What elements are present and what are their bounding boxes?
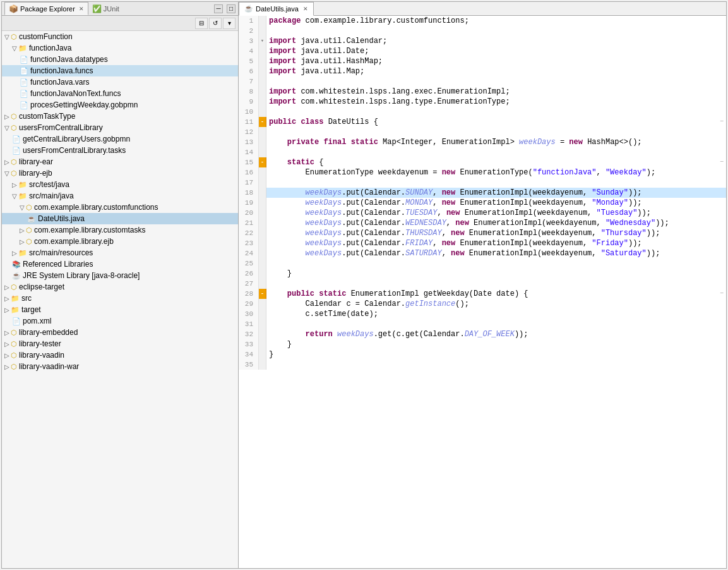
tree-item-funcs[interactable]: 📄 functionJava.funcs <box>2 65 238 76</box>
tree-item-package-customfunctions[interactable]: ▽ ⬡ com.example.library.customfunctions <box>2 202 238 213</box>
line-content-9: import com.whitestein.lsps.lang.type.Enu… <box>266 97 726 107</box>
line-gutter-24 <box>259 248 266 258</box>
tree-item-nontext[interactable]: 📄 functionJavaNonText.funcs <box>2 88 238 99</box>
tree-item-functionJava[interactable]: ▽ 📁 functionJava <box>2 42 238 54</box>
line-gutter-9 <box>259 97 266 107</box>
code-line-29: 29 Calendar c = Calendar.getInstance(); <box>239 299 726 309</box>
tree-item-vars[interactable]: 📄 functionJava.vars <box>2 76 238 88</box>
line-number-7: 7 <box>239 76 259 87</box>
line-gutter-25 <box>259 258 266 269</box>
line-content-3: import java.util.Calendar; <box>266 36 726 46</box>
code-line-15: 15- static {− <box>239 157 726 167</box>
maximize-button[interactable]: □ <box>227 4 236 13</box>
tree-item-package-ejb[interactable]: ▷ ⬡ com.example.library.ejb <box>2 236 238 247</box>
tree-item-library-ejb[interactable]: ▽ ⬡ library-ejb <box>2 167 238 179</box>
code-line-20: 20 weekDays.put(Calendar.TUESDAY, new En… <box>239 208 726 218</box>
line-content-29: Calendar c = Calendar.getInstance(); <box>266 299 726 309</box>
code-editor[interactable]: 1package com.example.library.customfunct… <box>239 16 726 568</box>
panel-tab-bar: 📦 Package Explorer ✕ ✅ JUnit ─ □ <box>2 2 238 16</box>
tree-item-jre-system[interactable]: ☕ JRE System Library [java-8-oracle] <box>2 270 238 281</box>
junit-icon: ✅ <box>92 4 102 13</box>
line-number-26: 26 <box>239 269 259 279</box>
editor-tab-dateutils[interactable]: ☕ DateUtils.java ✕ <box>239 2 314 16</box>
line-content-19: weekDays.put(Calendar.MONDAY, new Enumer… <box>266 198 726 208</box>
tree-item-src-main[interactable]: ▽ 📁 src/main/java <box>2 190 238 202</box>
editor-tab-label: DateUtils.java <box>256 5 299 13</box>
fold-right-btn-28[interactable]: − <box>720 289 724 299</box>
tree-item-pom[interactable]: 📄 pom.xml <box>2 315 238 327</box>
code-line-5: 5import java.util.HashMap; <box>239 56 726 66</box>
tree-item-target[interactable]: ▷ 📁 target <box>2 304 238 315</box>
code-line-31: 31 <box>239 319 726 329</box>
tree-item-datatypes[interactable]: 📄 functionJava.datatypes <box>2 54 238 65</box>
tree-item-referenced-libraries[interactable]: 📚 Referenced Libraries <box>2 258 238 270</box>
code-line-27: 27 <box>239 279 726 289</box>
fold-right-btn-11[interactable]: − <box>720 117 724 127</box>
line-gutter-18 <box>259 188 266 198</box>
tree-label-library-vaadin-war: library-vaadin-war <box>19 362 79 371</box>
editor-tab-bar: ☕ DateUtils.java ✕ <box>239 2 726 16</box>
tree-item-library-vaadin-war[interactable]: ▷ ⬡ library-vaadin-war <box>2 361 238 372</box>
close-editor-tab-icon[interactable]: ✕ <box>303 6 308 12</box>
tree-item-customFunction[interactable]: ▽ ⬡ customFunction <box>2 31 238 42</box>
tree-item-src-test[interactable]: ▷ 📁 src/test/java <box>2 179 238 190</box>
line-gutter-22 <box>259 228 266 238</box>
line-content-13: private final static Map<Integer, Enumer… <box>266 137 726 147</box>
line-number-34: 34 <box>239 349 259 360</box>
line-gutter-32 <box>259 329 266 339</box>
tree-label-eclipse-target: eclipse-target <box>19 282 64 291</box>
sync-button[interactable]: ↺ <box>209 18 222 29</box>
line-gutter-33 <box>259 339 266 349</box>
line-number-10: 10 <box>239 107 259 117</box>
panel-toolbar: ⊟ ↺ ▾ <box>2 16 238 31</box>
code-line-30: 30 c.setTime(date); <box>239 309 726 319</box>
tree-item-library-tester[interactable]: ▷ ⬡ library-tester <box>2 338 238 349</box>
minimize-button[interactable]: ─ <box>214 4 223 13</box>
tree-label-pom: pom.xml <box>23 317 51 325</box>
package-explorer-tree[interactable]: ▽ ⬡ customFunction ▽ 📁 functionJava 📄 fu… <box>2 31 238 568</box>
tree-item-usersFromCentralLibrary[interactable]: ▽ ⬡ usersFromCentralLibrary <box>2 122 238 133</box>
line-gutter-11[interactable]: - <box>259 117 266 127</box>
line-gutter-28[interactable]: - <box>259 289 266 299</box>
collapse-all-button[interactable]: ⊟ <box>195 18 208 29</box>
line-number-24: 24 <box>239 248 259 258</box>
java-file-icon: ☕ <box>244 4 253 13</box>
tree-item-library-ear[interactable]: ▷ ⬡ library-ear <box>2 156 238 167</box>
line-content-11: public class DateUtils {− <box>266 117 726 127</box>
tree-item-src-main-resources[interactable]: ▷ 📁 src/main/resources <box>2 247 238 258</box>
line-content-28: public static EnumerationImpl getWeekday… <box>266 289 726 299</box>
code-line-11: 11-public class DateUtils {− <box>239 117 726 127</box>
line-gutter-26 <box>259 269 266 279</box>
line-content-2 <box>266 26 726 36</box>
line-content-34: } <box>266 349 726 360</box>
tree-label-usersFromCentralLibrary: usersFromCentralLibrary <box>19 123 103 132</box>
tree-item-gobpmn[interactable]: 📄 procesGettingWeekday.gobpmn <box>2 99 238 111</box>
editor-panel: ☕ DateUtils.java ✕ 1package com.example.… <box>239 2 726 568</box>
tab-package-explorer[interactable]: 📦 Package Explorer ✕ <box>4 2 88 15</box>
line-gutter-7 <box>259 76 266 87</box>
line-gutter-19 <box>259 198 266 208</box>
tree-item-library-vaadin[interactable]: ▷ ⬡ library-vaadin <box>2 349 238 361</box>
code-line-2: 2 <box>239 26 726 36</box>
tab-junit[interactable]: ✅ JUnit <box>88 2 123 15</box>
close-package-explorer-icon[interactable]: ✕ <box>79 6 84 12</box>
tree-item-tasks[interactable]: 📄 usersFromCentralLibrary.tasks <box>2 145 238 156</box>
tree-label-package-ejb: com.example.library.ejb <box>34 237 114 246</box>
tree-item-library-embedded[interactable]: ▷ ⬡ library-embedded <box>2 327 238 338</box>
code-line-28: 28- public static EnumerationImpl getWee… <box>239 289 726 299</box>
tree-label-tasks: usersFromCentralLibrary.tasks <box>23 146 126 155</box>
view-menu-button[interactable]: ▾ <box>223 18 236 29</box>
tree-item-customTaskType[interactable]: ▷ ⬡ customTaskType <box>2 111 238 122</box>
tree-item-src[interactable]: ▷ 📁 src <box>2 293 238 304</box>
line-gutter-15[interactable]: - <box>259 157 266 167</box>
line-gutter-3[interactable]: ▾ <box>259 36 266 46</box>
tree-item-package-customtasks[interactable]: ▷ ⬡ com.example.library.customtasks <box>2 224 238 236</box>
line-content-23: weekDays.put(Calendar.FRIDAY, new Enumer… <box>266 238 726 248</box>
line-number-25: 25 <box>239 258 259 269</box>
line-number-31: 31 <box>239 319 259 329</box>
tree-item-DateUtils[interactable]: ☕ DateUtils.java <box>2 213 238 224</box>
tree-item-getCentralLibraryUsers[interactable]: 📄 getCentralLibraryUsers.gobpmn <box>2 133 238 145</box>
tab-junit-label: JUnit <box>104 5 119 13</box>
fold-right-btn-15[interactable]: − <box>720 157 724 167</box>
tree-item-eclipse-target[interactable]: ▷ ⬡ eclipse-target <box>2 281 238 293</box>
